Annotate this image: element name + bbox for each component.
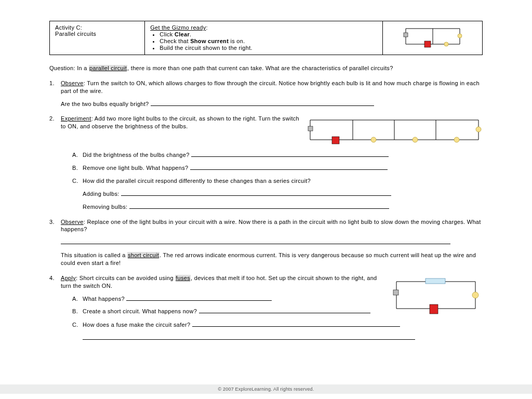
answer-blank[interactable] (192, 322, 400, 327)
term-parallel-circuit: parallel circuit (89, 65, 127, 71)
main-question: Question: In a parallel circuit, there i… (49, 64, 483, 72)
q4b: B. Create a short circuit. What happens … (72, 308, 483, 315)
answer-blank[interactable] (191, 152, 389, 157)
question-3: 3. Observe: Replace one of the light bul… (49, 218, 483, 267)
q3-explain: This situation is called a short circuit… (61, 251, 483, 267)
svg-rect-1 (404, 33, 408, 37)
q4c: C. How does a fuse make the circuit safe… (72, 321, 483, 342)
activity-label: Activity C: (55, 24, 139, 31)
answer-blank[interactable] (126, 296, 272, 301)
answer-blank[interactable] (190, 165, 388, 170)
gizmo-step: Build the circuit shown to the right. (159, 45, 377, 51)
question-2: 2. Experiment: Add two more light bulbs … (49, 115, 483, 210)
worksheet-page: Activity C: Parallel circuits Get the Gi… (0, 0, 532, 360)
svg-rect-8 (308, 126, 313, 131)
q2a: A. Did the brightness of the bulbs chang… (72, 151, 483, 159)
svg-rect-2 (424, 41, 431, 47)
circuit-thumb-cell (383, 21, 483, 55)
term-fuses: fuses (175, 275, 191, 281)
svg-point-4 (458, 34, 462, 38)
answer-blank[interactable] (199, 308, 370, 313)
svg-rect-9 (332, 137, 339, 144)
header-table: Activity C: Parallel circuits Get the Gi… (49, 21, 483, 55)
svg-point-10 (371, 137, 376, 142)
gizmo-step: Click Clear. (159, 31, 377, 37)
svg-point-11 (413, 137, 418, 142)
gizmo-heading: Get the Gizmo ready: (150, 24, 377, 31)
gizmo-step: Check that Show current is on. (159, 38, 377, 44)
question-1: 1. Observe: Turn the switch to ON, which… (49, 79, 483, 108)
gizmo-steps: Click Clear. Check that Show current is … (159, 31, 377, 51)
term-short-circuit: short circuit (127, 252, 159, 258)
answer-blank[interactable] (121, 191, 391, 196)
q1-prompt: Are the two bulbs equally bright? (61, 100, 483, 108)
svg-rect-14 (425, 278, 445, 284)
activity-cell: Activity C: Parallel circuits (50, 21, 145, 55)
activity-name: Parallel circuits (55, 31, 139, 37)
question-4: 4. Apply: Short circuits can be avoided … (49, 274, 483, 342)
answer-blank[interactable] (61, 239, 450, 244)
footer-copyright: © 2007 ExploreLearning. All rights reser… (0, 384, 532, 394)
parallel-4bulb-icon (306, 115, 483, 146)
q2b: B. Remove one light bulb. What happens? (72, 164, 483, 172)
parallel-circuit-icon (402, 24, 464, 48)
answer-blank[interactable] (83, 335, 415, 340)
answer-blank[interactable] (151, 101, 374, 106)
gizmo-cell: Get the Gizmo ready: Click Clear. Check … (145, 21, 383, 55)
q2c: C. How did the parallel circuit respond … (72, 177, 483, 211)
svg-point-12 (454, 137, 459, 142)
svg-point-3 (444, 42, 448, 46)
svg-point-13 (476, 127, 481, 132)
answer-blank[interactable] (129, 204, 389, 209)
q4a: A. What happens? (72, 295, 483, 303)
svg-rect-15 (393, 290, 398, 295)
